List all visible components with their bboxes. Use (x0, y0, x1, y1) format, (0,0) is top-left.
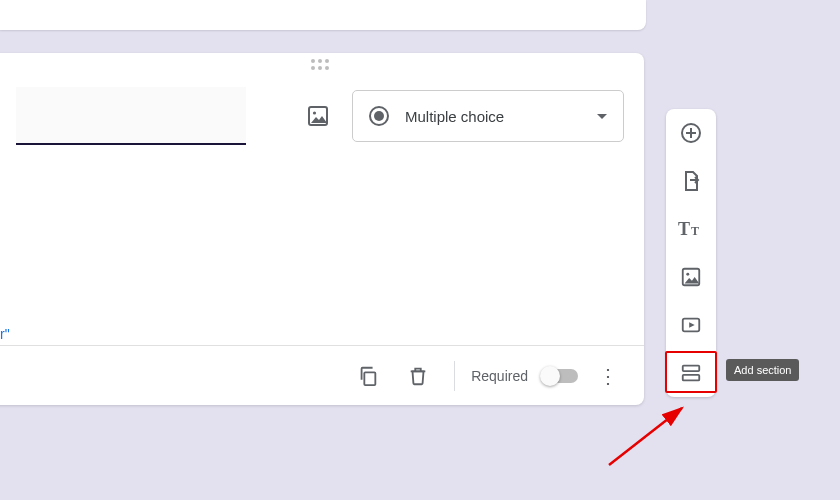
floating-toolbar: T T (666, 109, 716, 397)
radio-icon (369, 106, 389, 126)
previous-card-bottom (0, 0, 646, 30)
question-type-label: Multiple choice (405, 108, 581, 125)
add-question-button[interactable] (671, 119, 711, 147)
svg-line-11 (609, 408, 682, 465)
drag-handle[interactable] (0, 53, 644, 75)
plus-circle-icon (679, 121, 703, 145)
duplicate-button[interactable] (348, 356, 388, 396)
svg-rect-10 (683, 375, 700, 381)
copy-icon (357, 365, 379, 387)
annotation-arrow (604, 400, 714, 470)
question-type-dropdown[interactable]: Multiple choice (352, 90, 624, 142)
image-icon (680, 266, 702, 288)
add-option-link-partial[interactable]: r" (0, 326, 10, 342)
chevron-down-icon (597, 114, 607, 119)
svg-rect-9 (683, 366, 700, 372)
required-toggle[interactable] (542, 369, 578, 383)
toggle-knob (540, 366, 560, 386)
question-title-input[interactable] (16, 87, 246, 145)
image-icon (306, 104, 330, 128)
question-footer: Required ⋮ (0, 345, 644, 405)
tooltip: Add section (726, 359, 799, 381)
delete-button[interactable] (398, 356, 438, 396)
add-title-button[interactable]: T T (671, 215, 711, 243)
add-video-button[interactable] (671, 311, 711, 339)
more-vertical-icon: ⋮ (598, 366, 618, 386)
add-section-button[interactable] (671, 359, 711, 387)
video-icon (680, 314, 702, 336)
more-options-button[interactable]: ⋮ (588, 356, 628, 396)
section-icon (680, 362, 702, 384)
svg-point-7 (686, 273, 689, 276)
title-icon: T T (678, 219, 704, 239)
question-card: Multiple choice r" Required ⋮ (0, 53, 644, 405)
svg-point-1 (313, 111, 316, 114)
divider (454, 361, 455, 391)
import-icon (679, 169, 703, 193)
svg-text:T: T (678, 219, 690, 239)
question-add-image-button[interactable] (298, 96, 338, 136)
drag-dots-icon (311, 59, 329, 70)
required-label: Required (471, 368, 528, 384)
import-questions-button[interactable] (671, 167, 711, 195)
trash-icon (407, 365, 429, 387)
svg-rect-2 (365, 372, 376, 385)
svg-text:T: T (691, 224, 699, 238)
add-image-button[interactable] (671, 263, 711, 291)
